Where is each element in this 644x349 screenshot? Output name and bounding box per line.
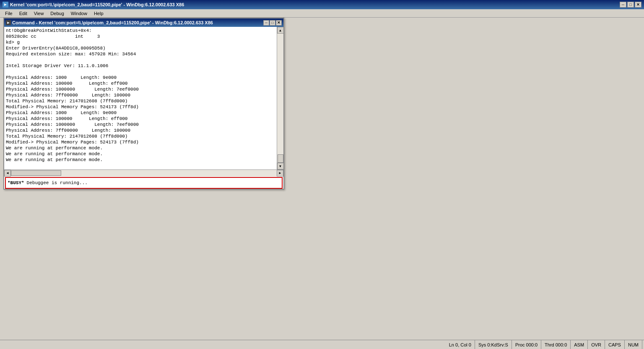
scroll-left-button[interactable]: ◄ xyxy=(4,170,11,177)
inner-minimize-button[interactable]: ─ xyxy=(263,20,269,26)
maximize-button[interactable]: □ xyxy=(627,2,634,8)
menu-window[interactable]: Window xyxy=(68,10,91,17)
busy-label: *BUSY* xyxy=(6,180,26,185)
command-input-area: *BUSY* xyxy=(4,176,283,189)
inner-close-button[interactable]: ✕ xyxy=(276,20,282,26)
scroll-thumb[interactable] xyxy=(278,154,283,163)
status-ovr: OVR xyxy=(588,340,605,349)
command-window-icon: ► xyxy=(6,20,11,25)
status-proc: Proc 000:0 xyxy=(512,340,541,349)
status-caps: CAPS xyxy=(605,340,625,349)
menu-view[interactable]: View xyxy=(31,10,47,17)
status-thrd: Thrd 000:0 xyxy=(541,340,571,349)
scroll-right-button[interactable]: ► xyxy=(277,170,283,177)
inner-window-title: Command - Kernel 'com:port=\\.\pipe\com_… xyxy=(12,20,213,25)
status-asm: ASM xyxy=(571,340,588,349)
menu-edit[interactable]: Edit xyxy=(16,10,31,17)
h-scroll-track[interactable] xyxy=(11,170,277,177)
scroll-down-button[interactable]: ▼ xyxy=(277,163,284,169)
minimize-button[interactable]: ─ xyxy=(620,2,626,8)
vertical-scrollbar[interactable]: ▲ ▼ xyxy=(277,27,283,169)
scroll-up-button[interactable]: ▲ xyxy=(277,27,284,34)
status-num: NUM xyxy=(625,340,642,349)
console-text: nt!DbgBreakPointWithStatus+0x4: 80528c0c… xyxy=(4,27,277,169)
statusbar: Ln 0, Col 0 Sys 0:KdSrv:S Proc 000:0 Thr… xyxy=(0,340,644,349)
console-output-area: nt!DbgBreakPointWithStatus+0x4: 80528c0c… xyxy=(4,27,283,169)
outer-titlebar: ► Kernel 'com:port=\\.\pipe\com_2,baud=1… xyxy=(0,0,644,9)
menu-file[interactable]: File xyxy=(2,10,16,17)
inner-command-window: ► Command - Kernel 'com:port=\\.\pipe\co… xyxy=(3,18,284,190)
inner-maximize-button[interactable]: □ xyxy=(270,20,275,26)
outer-window: ► Kernel 'com:port=\\.\pipe\com_2,baud=1… xyxy=(0,0,644,349)
outer-window-title: Kernel 'com:port=\\.\pipe\com_2,baud=115… xyxy=(10,2,184,7)
outer-window-controls: ─ □ ✕ xyxy=(620,2,641,8)
status-ln-col: Ln 0, Col 0 xyxy=(446,340,475,349)
scroll-track[interactable] xyxy=(277,34,284,163)
menu-debug[interactable]: Debug xyxy=(47,10,67,17)
close-button[interactable]: ✕ xyxy=(635,2,641,8)
inner-window-controls: ─ □ ✕ xyxy=(263,20,282,26)
menubar: File Edit View Debug Window Help xyxy=(0,9,644,18)
h-scroll-thumb[interactable] xyxy=(11,170,61,176)
inner-titlebar: ► Command - Kernel 'com:port=\\.\pipe\co… xyxy=(4,18,283,27)
input-outer-border: *BUSY* xyxy=(5,177,283,189)
horizontal-scrollbar[interactable]: ◄ ► xyxy=(4,169,283,176)
command-input[interactable] xyxy=(26,180,282,186)
status-sys: Sys 0:KdSrv:S xyxy=(475,340,512,349)
windbg-icon: ► xyxy=(3,2,8,8)
outer-titlebar-left: ► Kernel 'com:port=\\.\pipe\com_2,baud=1… xyxy=(3,2,184,8)
menu-help[interactable]: Help xyxy=(91,10,107,17)
inner-titlebar-left: ► Command - Kernel 'com:port=\\.\pipe\co… xyxy=(6,20,213,25)
